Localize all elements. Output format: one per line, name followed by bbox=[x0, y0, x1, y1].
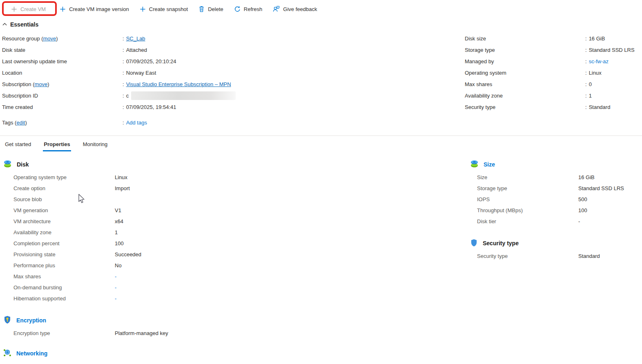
network-globe-icon bbox=[3, 348, 11, 358]
resource-group-link[interactable]: SC_Lab bbox=[126, 36, 145, 42]
essentials-title: Essentials bbox=[10, 21, 38, 28]
property-label: Throughput (MBps) bbox=[477, 207, 578, 213]
property-row: Connection type AllowAll bbox=[0, 361, 467, 364]
disk-section-title: Disk bbox=[17, 161, 29, 168]
properties-content: Disk Operating system type Linux Create … bbox=[0, 151, 642, 364]
essentials-row-operating-system: Operating system :Linux bbox=[465, 67, 642, 78]
availability-zone-value: 1 bbox=[589, 93, 592, 99]
operating-system-value: Linux bbox=[589, 70, 602, 76]
create-vm-label: Create VM bbox=[20, 6, 46, 12]
networking-section-title: Networking bbox=[16, 350, 47, 357]
essentials-toggle[interactable]: Essentials bbox=[2, 21, 642, 28]
subscription-move-link[interactable]: move bbox=[35, 81, 48, 87]
property-row: Performance plus No bbox=[0, 260, 467, 271]
tab-get-started[interactable]: Get started bbox=[4, 137, 32, 151]
property-value: - bbox=[115, 273, 116, 280]
networking-section: Networking Connection type AllowAll bbox=[0, 348, 467, 364]
size-section: Size Size 16 GiB Storage type Standard S… bbox=[467, 160, 642, 227]
redaction-blur bbox=[131, 91, 236, 100]
subscription-id-value: c bbox=[126, 93, 129, 99]
networking-rows: Connection type AllowAll bbox=[0, 361, 467, 364]
property-label: Provisioning state bbox=[13, 251, 115, 257]
property-value: - bbox=[115, 295, 116, 302]
create-vm-button[interactable]: Create VM bbox=[11, 6, 46, 12]
command-bar: Create VM Create VM image version Create… bbox=[0, 0, 642, 18]
give-feedback-button[interactable]: Give feedback bbox=[273, 6, 317, 12]
property-value: Succeeded bbox=[115, 251, 141, 257]
property-row: Throughput (MBps) 100 bbox=[467, 205, 642, 216]
essentials-row-security-type: Security type :Standard bbox=[465, 101, 642, 113]
feedback-icon bbox=[273, 6, 280, 12]
property-label: Performance plus bbox=[13, 262, 115, 269]
size-section-title: Size bbox=[484, 161, 495, 168]
security-rows: Security type Standard bbox=[467, 251, 642, 262]
property-row: Completion percent 100 bbox=[0, 238, 467, 249]
essentials-row-availability-zone: Availability zone :1 bbox=[465, 90, 642, 101]
property-label: Completion percent bbox=[13, 240, 115, 246]
storage-type-value: Standard SSD LRS bbox=[589, 47, 635, 53]
property-label: Size bbox=[477, 174, 578, 180]
property-value: 100 bbox=[115, 240, 124, 246]
property-value: V1 bbox=[115, 207, 121, 213]
shield-icon bbox=[470, 239, 478, 248]
plus-icon bbox=[60, 6, 66, 12]
property-row: VM architecture x64 bbox=[0, 216, 467, 227]
create-vm-image-version-button[interactable]: Create VM image version bbox=[60, 6, 129, 12]
delete-button[interactable]: Delete bbox=[198, 6, 223, 12]
property-value: 1 bbox=[115, 229, 118, 235]
disk-state-value: Attached bbox=[126, 47, 147, 53]
property-label: Source blob bbox=[13, 196, 115, 202]
essentials-row-subscription: Subscription (move) :Visual Studio Enter… bbox=[2, 78, 465, 90]
essentials-row-resource-group: Resource group (move) :SC_Lab bbox=[2, 33, 465, 44]
encryption-section: Encryption Encryption type Platform-mana… bbox=[0, 315, 467, 339]
size-rows: Size 16 GiB Storage type Standard SSD LR… bbox=[467, 172, 642, 227]
tab-monitoring[interactable]: Monitoring bbox=[82, 137, 109, 151]
managed-by-link[interactable]: sc-fw-az bbox=[589, 58, 609, 64]
property-label: Create option bbox=[13, 185, 115, 191]
disk-icon bbox=[470, 160, 479, 169]
property-row: Operating system type Linux bbox=[0, 172, 467, 183]
property-label: On-demand bursting bbox=[13, 284, 115, 291]
property-value: Linux bbox=[115, 174, 127, 180]
essentials-row-disk-state: Disk state :Attached bbox=[2, 44, 465, 55]
essentials-row-max-shares: Max shares :0 bbox=[465, 78, 642, 90]
property-value: Standard SSD LRS bbox=[578, 185, 624, 191]
security-type-value: Standard bbox=[589, 104, 611, 110]
disk-size-value: 16 GiB bbox=[589, 36, 605, 42]
property-value: 16 GiB bbox=[578, 174, 595, 180]
property-label: Availability zone bbox=[13, 229, 115, 235]
property-value: Import bbox=[115, 185, 130, 191]
add-tags-link[interactable]: Add tags bbox=[126, 120, 147, 126]
essentials-row-location: Location :Norway East bbox=[2, 67, 465, 78]
property-value: Platform-managed key bbox=[115, 330, 168, 336]
essentials-row-time-created: Time created :07/09/2025, 19:54:41 bbox=[2, 101, 465, 113]
property-value: 100 bbox=[578, 207, 587, 213]
time-created-value: 07/09/2025, 19:54:41 bbox=[126, 104, 176, 110]
property-row: Source blob bbox=[0, 194, 467, 205]
resource-group-move-link[interactable]: move bbox=[43, 36, 56, 42]
property-row: Hibernation supported - bbox=[0, 293, 467, 304]
property-label: Max shares bbox=[13, 273, 115, 280]
tags-edit-link[interactable]: edit bbox=[16, 120, 25, 126]
property-label: Security type bbox=[477, 253, 578, 259]
subscription-link[interactable]: Visual Studio Enterprise Subscription – … bbox=[126, 81, 231, 87]
refresh-button[interactable]: Refresh bbox=[234, 6, 263, 12]
property-label: VM generation bbox=[13, 207, 115, 213]
essentials-row-subscription-id: Subscription ID :c bbox=[2, 90, 465, 101]
property-value: No bbox=[115, 262, 122, 269]
refresh-icon bbox=[234, 6, 241, 12]
property-row: Create option Import bbox=[0, 183, 467, 194]
create-snapshot-button[interactable]: Create snapshot bbox=[140, 6, 188, 12]
essentials-row-storage-type: Storage type :Standard SSD LRS bbox=[465, 44, 642, 55]
disk-rows: Operating system type Linux Create optio… bbox=[0, 172, 467, 304]
property-row: Storage type Standard SSD LRS bbox=[467, 183, 642, 194]
property-label: VM architecture bbox=[13, 218, 115, 224]
property-value: - bbox=[578, 218, 580, 224]
disk-icon bbox=[3, 160, 12, 169]
trash-icon bbox=[198, 6, 205, 12]
property-row: Max shares - bbox=[0, 271, 467, 282]
encryption-section-title: Encryption bbox=[16, 317, 46, 324]
property-value: - bbox=[115, 284, 116, 291]
tab-properties[interactable]: Properties bbox=[43, 137, 71, 151]
property-row: Disk tier - bbox=[467, 216, 642, 227]
